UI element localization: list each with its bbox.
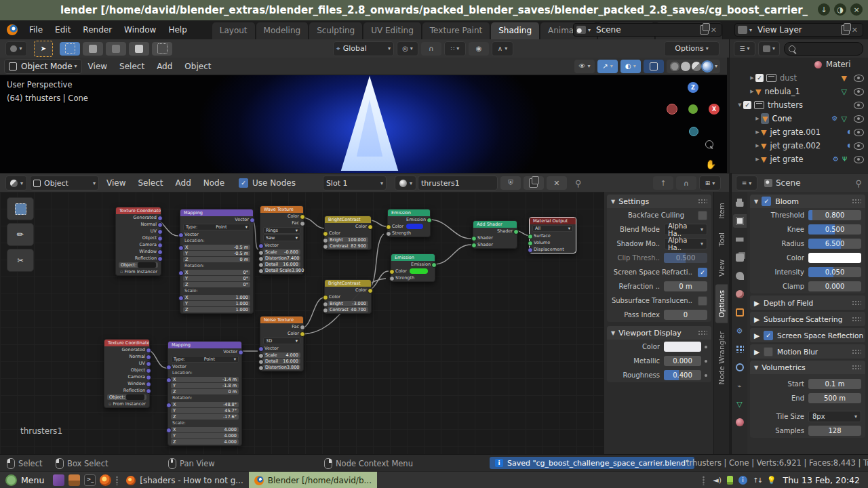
socket-color-in[interactable]: Color <box>388 223 430 230</box>
tab-view-layer-icon[interactable] <box>733 251 747 264</box>
tab-item[interactable]: Item <box>715 197 728 224</box>
socket-displacement-in[interactable]: Displacement <box>530 246 576 253</box>
from-instancer-row[interactable]: ▫ From Instancer <box>116 268 161 275</box>
launcher-app-icon[interactable] <box>53 474 64 486</box>
node-bright-contrast-1[interactable]: BrightContrast Color Color Bright100.000… <box>324 216 372 250</box>
outliner-row-nebula[interactable]: ▶ ▼ nebula_1 ▽ <box>730 85 868 98</box>
tab-output-icon[interactable] <box>733 232 747 246</box>
minimize-icon[interactable]: ↓ <box>818 3 830 16</box>
eye-icon[interactable] <box>854 129 864 136</box>
transform-orientation-dropdown[interactable]: ⌖ Global▾ <box>333 41 394 56</box>
socket-shader-in-2[interactable]: Shader <box>473 241 517 248</box>
menu-window[interactable]: Window <box>118 25 162 35</box>
snap-toggle-magnet-icon[interactable]: ∩ <box>421 42 441 56</box>
noise-dimensions-dropdown[interactable]: 3D▾ <box>263 338 300 344</box>
tab-shading[interactable]: Shading <box>491 22 540 39</box>
tool-links-cut-button[interactable]: ✂ <box>7 249 34 272</box>
close-icon[interactable]: × <box>850 3 863 16</box>
modifier-wrench-icon[interactable]: ⚙ <box>832 115 838 122</box>
menu-edit[interactable]: Edit <box>49 25 77 35</box>
socket-shader-in-1[interactable]: Shader <box>473 235 517 241</box>
outliner-label[interactable]: dust <box>780 73 797 83</box>
drag-handle-icon[interactable] <box>852 317 861 322</box>
node-header[interactable]: Texture Coordinate <box>104 340 149 346</box>
viewport-menu-object[interactable]: Object <box>178 62 217 71</box>
collection-checkbox[interactable]: ✓ <box>743 101 751 109</box>
viewport-menu-select[interactable]: Select <box>113 62 151 71</box>
snap-node-magnet-icon[interactable]: ∩ <box>676 176 696 190</box>
unlink-material-icon[interactable]: ✕ <box>547 176 567 190</box>
menu-render[interactable]: Render <box>77 25 118 35</box>
bloom-color-swatch[interactable] <box>808 253 861 263</box>
gizmo-axis-y[interactable] <box>688 104 698 114</box>
emission-color-swatch[interactable] <box>406 224 423 229</box>
socket-emission-out[interactable]: Emission <box>388 216 430 223</box>
object-picker-field[interactable]: Object: <box>119 262 158 268</box>
pin-icon[interactable]: ⚲ <box>855 178 862 188</box>
outliner-row-cone[interactable]: ▶ ▼ Cone ⚙▽ <box>730 112 868 125</box>
scene-name[interactable]: Scene <box>591 25 700 35</box>
emission-color-swatch[interactable] <box>410 268 428 274</box>
scl-z[interactable]: Z1.000 <box>183 307 250 312</box>
proportional-falloff-dropdown[interactable]: ∧▾ <box>492 41 513 56</box>
zoom-icon[interactable] <box>705 140 713 150</box>
battery-icon[interactable] <box>727 476 733 485</box>
gizmo-axis-neg-z[interactable] <box>689 127 698 136</box>
node-header[interactable]: Mapping <box>168 342 241 348</box>
drag-handle-icon[interactable] <box>852 300 861 306</box>
motion-blur-checkbox[interactable] <box>764 347 773 357</box>
properties-editor-type-dropdown[interactable]: ≡▾ <box>736 176 757 190</box>
outliner-editor-type-dropdown[interactable]: ☰▾ <box>734 41 755 56</box>
socket-color-in[interactable]: Color <box>325 230 371 237</box>
tab-physics-icon[interactable] <box>733 361 747 374</box>
viewport-3d[interactable]: Object Mode▾ View Select Add Object 👁▾ ↗… <box>0 58 727 173</box>
show-object-types-dropdown[interactable]: 👁▾ <box>574 60 595 73</box>
wave-detail-scale[interactable]: Detail Scale3.900 <box>263 268 300 273</box>
node-mapping-2[interactable]: Mapping Vector Type:Point▾ Vector Locati… <box>167 341 242 446</box>
menu-button[interactable]: Menu <box>21 475 44 485</box>
select-mode-box-icon[interactable] <box>60 42 80 56</box>
blend-mode-dropdown[interactable]: Alpha Ha..▾ <box>664 224 707 235</box>
tab-material-icon[interactable] <box>733 415 747 429</box>
socket-color-in[interactable]: Color <box>325 293 371 300</box>
eye-icon[interactable] <box>854 75 864 82</box>
node-header[interactable]: Noise Texture <box>260 317 303 323</box>
socket-vector-in[interactable]: Vector <box>180 231 253 238</box>
object-picker-field[interactable]: Object: <box>107 394 146 400</box>
modifier-wrench-icon[interactable]: ⚙ <box>833 156 839 163</box>
node-header[interactable]: Wave Texture <box>260 206 303 213</box>
socket-vector-in[interactable]: Vector <box>260 345 303 352</box>
drag-handle-icon[interactable] <box>852 349 861 354</box>
node-header[interactable]: BrightContrast <box>325 216 371 223</box>
drag-handle-icon[interactable] <box>852 365 861 370</box>
tab-sculpting[interactable]: Sculpting <box>309 22 363 39</box>
solid-shading-icon[interactable] <box>681 62 690 71</box>
tab-tool[interactable]: Tool <box>715 227 728 251</box>
socket-reflection[interactable]: Reflection <box>104 387 149 394</box>
pivot-point-dropdown[interactable]: ◎▾ <box>397 41 418 56</box>
node-bright-contrast-2[interactable]: BrightContrast Color Color Bright-3.000 … <box>324 279 372 314</box>
tab-particles-icon[interactable] <box>733 342 747 356</box>
select-mode-intersect-icon[interactable] <box>152 42 172 56</box>
scl-x[interactable]: X1.000 <box>183 295 250 300</box>
shader-type-dropdown[interactable]: Object▾ <box>30 176 99 190</box>
update-shield-icon[interactable]: i <box>738 476 747 485</box>
tab-options[interactable]: Options <box>715 285 728 323</box>
rot-x[interactable]: X-48.8° <box>171 402 239 407</box>
network-arrows-icon[interactable]: ↑↓ <box>753 476 762 484</box>
select-mode-invert-icon[interactable] <box>129 42 149 56</box>
bloom-checkbox[interactable] <box>762 197 771 206</box>
editor-type-dropdown[interactable]: ▾ <box>5 176 27 190</box>
tool-fallback-dropdown[interactable]: ▾ <box>5 41 27 56</box>
tab-render-icon[interactable] <box>733 214 747 228</box>
copy-icon[interactable] <box>841 25 850 35</box>
outliner-label[interactable]: jet grate <box>770 155 803 164</box>
node-emission-2[interactable]: Emission Emission Color Strength <box>391 253 435 282</box>
bc-bright[interactable]: Bright-3.000 <box>328 301 368 306</box>
socket-object[interactable]: Object <box>116 235 161 241</box>
scl-x[interactable]: X4.000 <box>171 427 239 432</box>
scl-y[interactable]: Y4.000 <box>171 433 239 439</box>
view-layer-name[interactable]: View Layer <box>752 25 841 35</box>
socket-camera[interactable]: Camera <box>116 241 161 248</box>
rot-z[interactable]: Z0° <box>183 282 250 287</box>
